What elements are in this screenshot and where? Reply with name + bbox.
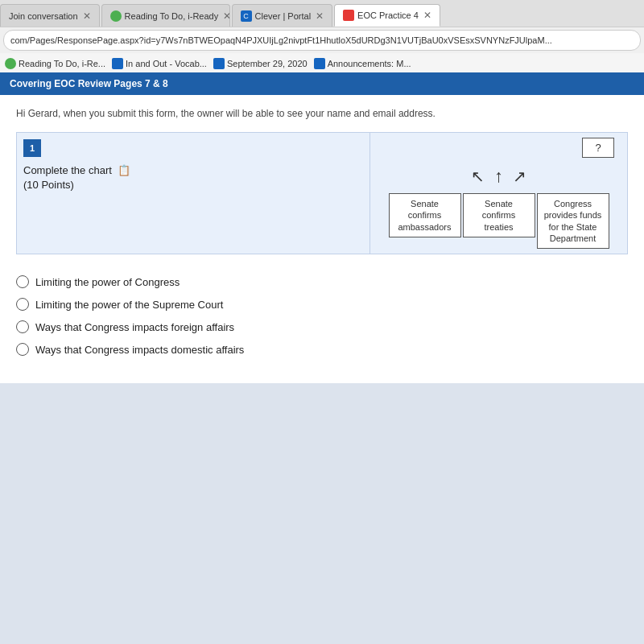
question-number: 1 xyxy=(23,139,41,157)
chart-area: ? ↖ ↑ ↗ Senate confirms ambassadors Sena… xyxy=(375,138,622,249)
bookmark-ann-label: Announcements: M... xyxy=(328,59,411,68)
arrows-row: ↖ ↑ ↗ xyxy=(471,166,526,187)
question-left: 1 Complete the chart 📋(10 Points) xyxy=(16,132,370,254)
tab-clever-close[interactable]: ✕ xyxy=(316,10,324,22)
answer-box-3: Congress provides funds for the State De… xyxy=(537,193,609,249)
bookmark-sept[interactable]: September 29, 2020 xyxy=(213,58,308,69)
bookmark-vocab-icon xyxy=(112,58,123,69)
option-d[interactable]: Ways that Congress impacts domestic affa… xyxy=(16,343,628,356)
options-container: Limiting the power of Congress Limiting … xyxy=(16,270,628,370)
radio-c[interactable] xyxy=(16,320,29,333)
bookmark-reading-label: Reading To Do, i-Re... xyxy=(19,59,105,68)
bookmarks-bar: Reading To Do, i-Re... In and Out - Voca… xyxy=(0,53,644,74)
tab-join-conversation[interactable]: Join conversation ✕ xyxy=(0,4,100,27)
bookmark-vocab[interactable]: In and Out - Vocab... xyxy=(112,58,207,69)
option-c[interactable]: Ways that Congress impacts foreign affai… xyxy=(16,320,628,333)
arrow-left: ↖ xyxy=(471,167,485,186)
eoc-icon xyxy=(343,10,354,21)
radio-b[interactable] xyxy=(16,298,29,311)
option-c-label: Ways that Congress impacts foreign affai… xyxy=(35,321,234,333)
bookmark-vocab-label: In and Out - Vocab... xyxy=(126,59,207,68)
answer-boxes-row: Senate confirms ambassadors Senate confi… xyxy=(389,193,609,249)
bookmark-reading-icon xyxy=(5,58,16,69)
arrow-center: ↑ xyxy=(494,166,503,187)
tab-clever-label: Clever | Portal xyxy=(255,11,312,21)
question-container: 1 Complete the chart 📋(10 Points) ? ↖ ↑ … xyxy=(16,132,628,254)
option-a[interactable]: Limiting the power of Congress xyxy=(16,275,628,288)
question-right: ? ↖ ↑ ↗ Senate confirms ambassadors Sena… xyxy=(370,132,628,254)
reading-icon xyxy=(110,10,122,22)
tab-bar: Join conversation ✕ Reading To Do, i-Rea… xyxy=(0,0,644,27)
header-text: Covering EOC Review Pages 7 & 8 xyxy=(10,78,168,89)
arrow-right: ↗ xyxy=(513,167,526,186)
answer-box-2: Senate confirms treaties xyxy=(463,193,535,237)
option-b[interactable]: Limiting the power of the Supreme Court xyxy=(16,298,628,311)
tab-clever[interactable]: C Clever | Portal ✕ xyxy=(232,4,333,27)
bookmark-sept-label: September 29, 2020 xyxy=(227,59,308,68)
bookmark-sept-icon xyxy=(213,58,225,69)
address-bar[interactable]: com/Pages/ResponsePage.aspx?id=y7Ws7nBTW… xyxy=(3,30,641,51)
option-a-label: Limiting the power of Congress xyxy=(35,276,180,288)
question-mark-box: ? xyxy=(582,138,614,158)
tab-join-close[interactable]: ✕ xyxy=(83,10,91,22)
tab-reading-close[interactable]: ✕ xyxy=(223,10,229,22)
clever-icon: C xyxy=(241,10,252,22)
tab-eoc-close[interactable]: ✕ xyxy=(423,10,431,21)
info-text: Hi Gerard, when you submit this form, th… xyxy=(16,108,628,119)
page-header: Covering EOC Review Pages 7 & 8 xyxy=(0,72,644,95)
bookmark-ann-icon xyxy=(314,58,325,69)
answer-box-1: Senate confirms ambassadors xyxy=(389,193,461,237)
bookmark-announcements[interactable]: Announcements: M... xyxy=(314,58,411,69)
tab-eoc[interactable]: EOC Practice 4 ✕ xyxy=(334,4,440,27)
radio-a[interactable] xyxy=(16,275,29,288)
radio-d[interactable] xyxy=(16,343,29,356)
question-text: Complete the chart 📋(10 Points) xyxy=(23,163,363,192)
option-b-label: Limiting the power of the Supreme Court xyxy=(35,299,223,311)
bookmark-reading[interactable]: Reading To Do, i-Re... xyxy=(5,58,105,69)
address-text: com/Pages/ResponsePage.aspx?id=y7Ws7nBTW… xyxy=(10,35,552,45)
main-content: Hi Gerard, when you submit this form, th… xyxy=(0,95,644,383)
tab-join-label: Join conversation xyxy=(9,11,78,21)
tab-reading-label: Reading To Do, i-Ready xyxy=(125,11,219,21)
tab-eoc-label: EOC Practice 4 xyxy=(357,10,419,20)
tab-reading[interactable]: Reading To Do, i-Ready ✕ xyxy=(101,4,230,27)
option-d-label: Ways that Congress impacts domestic affa… xyxy=(35,344,244,356)
